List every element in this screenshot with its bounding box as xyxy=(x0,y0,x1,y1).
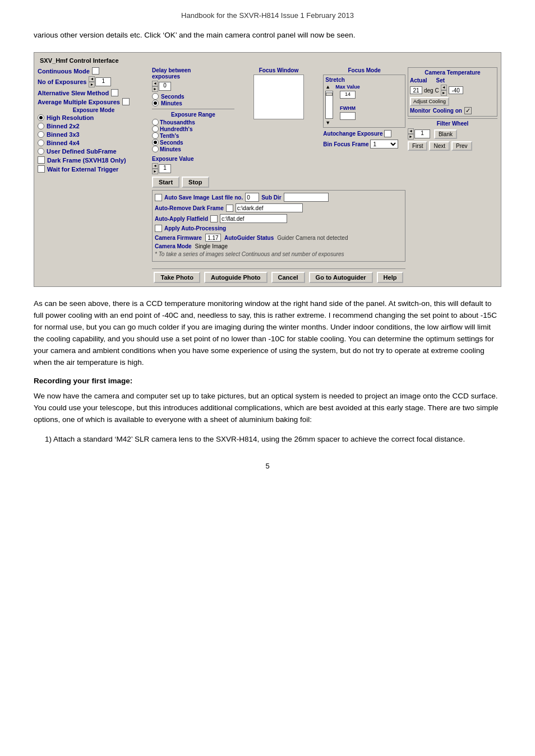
filter-wheel-section: Filter Wheel ◄ ► 1 Blank First Next Prev xyxy=(408,118,497,151)
binned2x2-radio[interactable] xyxy=(38,123,44,129)
dark-frame-checkbox[interactable] xyxy=(38,156,45,164)
filter-next-arrow[interactable]: ► xyxy=(408,134,414,140)
bin-focus-select[interactable]: 123 xyxy=(370,140,398,149)
col-mid: Delay between exposures ◄ ► 0 xyxy=(152,67,405,283)
panel-inner: Continuous Mode No of Exposures ◄ ► 1 Al… xyxy=(38,67,497,283)
help-button[interactable]: Help xyxy=(377,272,404,283)
max-value-label: Max Value xyxy=(335,84,360,90)
temp-prev-arrow[interactable]: ◄ xyxy=(441,85,447,90)
minutes-exp-radio[interactable] xyxy=(152,146,159,152)
take-photo-button[interactable]: Take Photo xyxy=(154,272,200,283)
camera-mode-value-row: Camera Mode Single Image xyxy=(155,243,403,249)
temp-set-input[interactable]: -40 xyxy=(449,86,463,94)
delay-arrows[interactable]: ◄ ► xyxy=(152,81,158,92)
apply-auto-checkbox[interactable] xyxy=(155,225,162,232)
cooling-on-checkbox[interactable]: ✓ xyxy=(464,107,472,114)
temp-actual-input[interactable]: 21 xyxy=(410,86,422,94)
autoguide-photo-button[interactable]: Autoguide Photo xyxy=(204,272,268,283)
start-button[interactable]: Start xyxy=(152,177,179,188)
no-exposures-next-arrow[interactable]: ► xyxy=(89,82,95,87)
fwhm-input[interactable] xyxy=(340,112,356,120)
exposure-range-label: Exposure Range xyxy=(152,112,234,118)
last-file-input[interactable]: 0 xyxy=(245,193,259,202)
binned3x3-radio[interactable] xyxy=(38,131,44,138)
stretch-section: Stretch ▲ ▼ Max Value 14 xyxy=(323,75,405,128)
delay-spin[interactable]: ◄ ► 0 xyxy=(152,81,171,92)
page-number: 5 xyxy=(265,462,269,470)
panel-title-bar: SXV_Hmf Control Interface xyxy=(38,56,497,65)
auto-remove-row: Auto-Remove Dark Frame c:\dark.def xyxy=(155,203,403,212)
binned4x4-radio[interactable] xyxy=(38,140,44,146)
blank-button[interactable]: Blank xyxy=(434,129,457,139)
temp-set-spin[interactable]: ◄ ► xyxy=(441,85,447,96)
ev-spin[interactable]: ◄ ► 1 xyxy=(152,163,171,174)
wait-trigger-label: Wait for External Trigger xyxy=(47,166,118,173)
first-button[interactable]: First xyxy=(408,141,427,151)
filter-arrows[interactable]: ◄ ► xyxy=(408,128,414,140)
no-exposures-label: No of Exposures xyxy=(38,78,86,85)
section-heading: Recording your first image: xyxy=(34,377,501,385)
prev-button[interactable]: Prev xyxy=(451,141,472,151)
temp-next-arrow[interactable]: ► xyxy=(441,90,447,96)
page-footer: 5 xyxy=(34,462,501,470)
adjust-cooling-button[interactable]: Adjust Cooling xyxy=(410,97,449,106)
cancel-button[interactable]: Cancel xyxy=(271,272,305,283)
delay-minutes-row: Minutes xyxy=(152,100,234,106)
ev-arrows[interactable]: ◄ ► xyxy=(152,163,158,174)
no-exposures-arrows[interactable]: ◄ ► xyxy=(89,76,95,87)
filter-input[interactable]: 1 xyxy=(414,129,430,138)
fw-input[interactable]: 1.17 xyxy=(205,234,221,242)
minutes-radio[interactable] xyxy=(152,100,159,106)
max-value-input[interactable]: 14 xyxy=(340,91,356,99)
ev-prev-arrow[interactable]: ◄ xyxy=(152,163,158,169)
tenths-radio[interactable] xyxy=(152,132,159,139)
filter-spin[interactable]: ◄ ► 1 xyxy=(408,128,430,140)
monitor-label: Monitor xyxy=(410,108,431,114)
delay-prev-arrow[interactable]: ◄ xyxy=(152,81,158,86)
high-res-radio[interactable] xyxy=(38,114,44,121)
delay-between-label: Delay between exposures xyxy=(152,67,234,80)
user-defined-radio[interactable] xyxy=(38,148,44,155)
stop-button[interactable]: Stop xyxy=(182,177,209,188)
delay-value-row: ◄ ► 0 xyxy=(152,81,234,92)
next-button[interactable]: Next xyxy=(429,141,450,151)
delay-next-arrow[interactable]: ► xyxy=(152,86,158,92)
alt-slew-label: Alternative Slew Method xyxy=(38,90,109,96)
go-autoguider-button[interactable]: Go to Autoguider xyxy=(309,272,373,283)
hundredths-radio[interactable] xyxy=(152,126,159,132)
seconds-exp-radio[interactable] xyxy=(152,139,159,146)
continuous-mode-checkbox[interactable] xyxy=(92,67,99,75)
autochange-checkbox[interactable] xyxy=(384,130,391,137)
subdir-input[interactable] xyxy=(284,193,329,202)
auto-save-checkbox[interactable] xyxy=(155,194,162,201)
no-exposures-prev-arrow[interactable]: ◄ xyxy=(89,76,95,82)
stretch-slider[interactable] xyxy=(325,91,333,119)
down-arrow-icon[interactable]: ▼ xyxy=(325,120,333,126)
auto-apply-checkbox[interactable] xyxy=(210,215,218,222)
no-exposures-input[interactable]: 1 xyxy=(95,77,111,86)
filter-prev-arrow[interactable]: ◄ xyxy=(408,128,414,134)
apply-auto-label: Apply Auto-Processing xyxy=(164,225,226,231)
delay-input[interactable]: 0 xyxy=(159,82,171,91)
avg-multi-checkbox[interactable] xyxy=(122,98,130,105)
dark-path-input[interactable]: c:\dark.def xyxy=(236,203,303,212)
alt-slew-checkbox[interactable] xyxy=(111,89,118,96)
up-arrow-icon[interactable]: ▲ xyxy=(325,84,333,90)
wait-trigger-checkbox[interactable] xyxy=(38,165,45,173)
tenths-option: Tenth's xyxy=(152,132,234,139)
subdir-label: Sub Dir xyxy=(261,194,282,201)
auto-save-label: Auto Save Image xyxy=(164,194,210,201)
no-exposures-spin[interactable]: ◄ ► 1 xyxy=(89,76,111,87)
ev-input[interactable]: 1 xyxy=(159,164,171,173)
auto-remove-label: Auto-Remove Dark Frame xyxy=(155,205,224,211)
last-file-label: Last file no. xyxy=(212,194,243,201)
ev-next-arrow[interactable]: ► xyxy=(152,169,158,174)
camera-mode-value: Single Image xyxy=(195,243,228,249)
filter-value-row: ◄ ► 1 Blank xyxy=(408,128,497,140)
temp-arrows[interactable]: ◄ ► xyxy=(441,85,447,96)
note-row: * To take a series of images select Cont… xyxy=(155,251,403,257)
auto-remove-checkbox[interactable] xyxy=(226,205,233,212)
flat-path-input[interactable]: c:\flat.def xyxy=(220,214,287,223)
seconds-radio[interactable] xyxy=(152,93,159,100)
thousandths-radio[interactable] xyxy=(152,119,159,126)
